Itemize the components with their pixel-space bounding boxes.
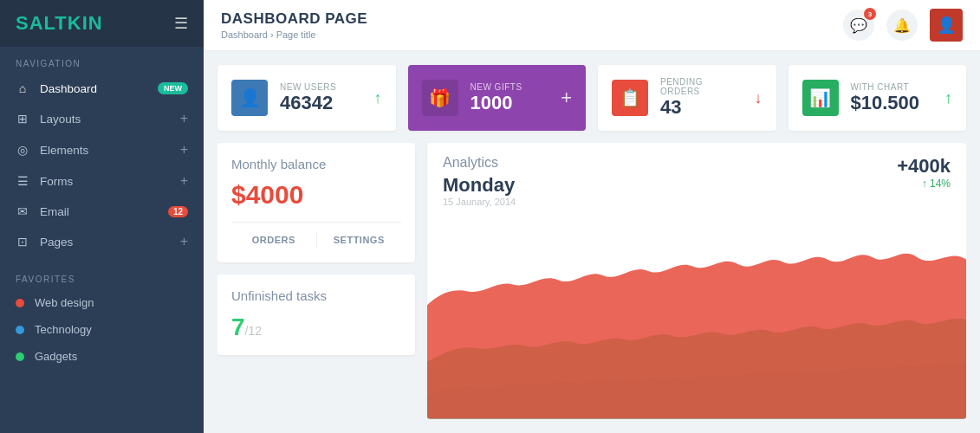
tasks-title: Unfinished tasks	[231, 288, 401, 303]
stat-info-new-users: NEW USERS 46342	[280, 82, 362, 114]
stat-value-with-chart: $10.500	[851, 92, 933, 114]
stat-card-new-gifts: 🎁 NEW GIFTS 1000 +	[408, 65, 587, 131]
breadcrumb-current: Page title	[276, 29, 316, 40]
gift-icon: 🎁	[429, 87, 451, 108]
stat-label-new-gifts: NEW GIFTS	[471, 82, 549, 92]
stat-icon-pending-orders: 📋	[612, 80, 648, 116]
sidebar-header: SALTKIN ☰	[0, 0, 204, 47]
avatar-icon: 👤	[937, 16, 956, 35]
logo-accent: N	[88, 12, 103, 34]
dashboard-icon: ⌂	[16, 81, 29, 95]
stat-value-pending-orders: 43	[660, 96, 743, 119]
monthly-tabs: ORDERS SETTINGS	[231, 222, 401, 249]
topbar: DASHBOARD PAGE Dashboard › Page title 💬 …	[204, 0, 980, 51]
new-badge: NEW	[158, 82, 188, 94]
stat-label-new-users: NEW USERS	[280, 82, 362, 92]
left-panel: Monthly balance $4000 ORDERS SETTINGS Un…	[217, 143, 415, 419]
tasks-total: /12	[245, 324, 262, 338]
sidebar-item-pages[interactable]: ⊡ Pages +	[0, 226, 204, 257]
sidebar-item-gadgets[interactable]: Gadgets	[0, 343, 204, 370]
arrow-down-icon: ↓	[755, 89, 763, 107]
stat-label-with-chart: WITH CHART	[851, 82, 933, 92]
user-icon: 👤	[239, 87, 261, 108]
sidebar-item-layouts[interactable]: ⊞ Layouts +	[0, 103, 204, 134]
content-area: 👤 NEW USERS 46342 ↑ 🎁 NEW GIFTS 1000 +	[204, 51, 980, 433]
stat-label-pending-orders: PENDING ORDERS	[660, 77, 743, 96]
chat-icon: 💬	[850, 17, 867, 34]
sidebar-item-technology[interactable]: Technology	[0, 316, 204, 343]
sidebar-item-forms[interactable]: ☰ Forms +	[0, 165, 204, 197]
chart-icon: 📊	[809, 87, 831, 108]
stat-card-new-users: 👤 NEW USERS 46342 ↑	[217, 65, 396, 131]
lower-content: Monthly balance $4000 ORDERS SETTINGS Un…	[217, 143, 966, 419]
chat-icon-button[interactable]: 💬 3	[843, 10, 874, 41]
sidebar-item-label: Elements	[40, 144, 180, 157]
plus-icon: +	[180, 173, 188, 189]
logo: SALTKIN	[16, 12, 103, 35]
topbar-icons: 💬 3 🔔 👤	[843, 9, 963, 42]
stat-card-with-chart: 📊 WITH CHART $10.500 ↑	[789, 65, 967, 131]
hamburger-icon[interactable]: ☰	[174, 14, 188, 33]
orders-icon: 📋	[620, 87, 641, 108]
analytics-value-block: +400k ↑ 14%	[897, 155, 951, 190]
monthly-balance-card: Monthly balance $4000 ORDERS SETTINGS	[217, 143, 415, 262]
analytics-percent: ↑ 14%	[897, 178, 951, 190]
gadgets-dot	[16, 352, 24, 361]
monthly-amount: $4000	[231, 180, 401, 210]
sidebar: SALTKIN ☰ NAVIGATION ⌂ Dashboard NEW ⊞ L…	[0, 0, 204, 433]
arrow-up-icon: ↑	[944, 89, 952, 107]
stat-cards-row: 👤 NEW USERS 46342 ↑ 🎁 NEW GIFTS 1000 +	[217, 65, 966, 131]
analytics-info: Analytics Monday 15 Jaunary, 2014	[443, 155, 516, 207]
sidebar-item-dashboard[interactable]: ⌂ Dashboard NEW	[0, 74, 204, 103]
stat-card-pending-orders: 📋 PENDING ORDERS 43 ↓	[598, 65, 776, 131]
nav-section-label: NAVIGATION	[0, 47, 204, 74]
sidebar-item-label: Pages	[40, 236, 180, 249]
user-avatar[interactable]: 👤	[930, 9, 963, 42]
elements-icon: ◎	[16, 143, 29, 157]
monthly-tab-settings[interactable]: SETTINGS	[316, 231, 402, 249]
stat-icon-new-users: 👤	[231, 80, 268, 116]
stat-icon-with-chart: 📊	[802, 80, 839, 116]
tasks-number: 7	[231, 313, 245, 340]
sidebar-item-webdesign[interactable]: Web design	[0, 289, 204, 316]
analytics-big-value: +400k	[897, 155, 951, 178]
sidebar-item-label: Dashboard	[40, 82, 158, 95]
stat-info-pending-orders: PENDING ORDERS 43	[660, 77, 743, 119]
fav-label: Gadgets	[35, 350, 77, 363]
monthly-tab-orders[interactable]: ORDERS	[231, 231, 316, 249]
tasks-card: Unfinished tasks 7/12	[217, 275, 415, 355]
breadcrumb-home: Dashboard	[221, 29, 268, 40]
arrow-up-icon: ↑	[374, 89, 382, 107]
sidebar-item-label: Forms	[40, 175, 180, 188]
stat-value-new-users: 46342	[280, 92, 362, 114]
plus-icon: +	[561, 87, 572, 109]
forms-icon: ☰	[16, 174, 29, 188]
sidebar-item-label: Layouts	[40, 113, 180, 126]
email-icon: ✉	[16, 204, 29, 218]
sidebar-item-label: Email	[40, 205, 168, 218]
bell-icon: 🔔	[893, 17, 911, 34]
plus-icon: +	[180, 111, 188, 126]
tasks-count: 7/12	[231, 313, 401, 341]
analytics-day: Monday	[443, 174, 516, 197]
technology-dot	[16, 326, 24, 334]
analytics-header: Analytics Monday 15 Jaunary, 2014 +400k …	[427, 143, 966, 214]
main-content: DASHBOARD PAGE Dashboard › Page title 💬 …	[204, 0, 980, 433]
analytics-date: 15 Jaunary, 2014	[443, 197, 516, 207]
analytics-chart	[427, 214, 966, 419]
favorites-label: FAVORITES	[0, 262, 204, 289]
sidebar-item-email[interactable]: ✉ Email 12	[0, 197, 204, 226]
email-badge: 12	[168, 206, 188, 217]
breadcrumb: Dashboard › Page title	[221, 29, 367, 40]
chat-badge: 3	[864, 8, 876, 20]
bell-icon-button[interactable]: 🔔	[886, 10, 918, 41]
page-title: DASHBOARD PAGE	[221, 10, 367, 28]
page-title-block: DASHBOARD PAGE Dashboard › Page title	[221, 10, 367, 40]
monthly-title: Monthly balance	[231, 157, 401, 171]
stat-value-new-gifts: 1000	[471, 92, 549, 114]
stat-icon-new-gifts: 🎁	[422, 80, 458, 116]
sidebar-item-elements[interactable]: ◎ Elements +	[0, 134, 204, 165]
stat-info-with-chart: WITH CHART $10.500	[851, 82, 933, 114]
fav-label: Technology	[35, 323, 92, 336]
plus-icon: +	[180, 234, 188, 249]
